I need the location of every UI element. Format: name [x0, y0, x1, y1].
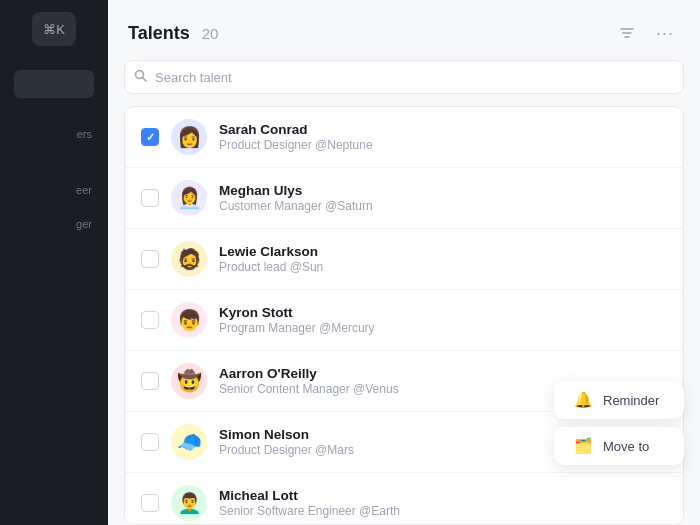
- talent-checkbox[interactable]: [141, 189, 159, 207]
- talent-role: Product lead @Sun: [219, 260, 667, 274]
- search-wrapper: [124, 60, 684, 94]
- page-title: Talents: [128, 23, 190, 44]
- talent-avatar: 👦: [171, 302, 207, 338]
- talent-checkbox[interactable]: [141, 433, 159, 451]
- filter-button[interactable]: [612, 18, 642, 48]
- talent-name: Lewie Clarkson: [219, 244, 667, 259]
- talent-item[interactable]: 👦Kyron StottProgram Manager @Mercury: [125, 290, 683, 351]
- sidebar-item-1[interactable]: ers: [0, 118, 108, 150]
- talent-item[interactable]: 👩Sarah ConradProduct Designer @Neptune: [125, 107, 683, 168]
- talent-checkbox[interactable]: [141, 128, 159, 146]
- talent-name: Sarah Conrad: [219, 122, 667, 137]
- talent-name: Meghan Ulys: [219, 183, 667, 198]
- talent-avatar: 🧔: [171, 241, 207, 277]
- talent-info: Micheal LottSenior Software Engineer @Ea…: [219, 488, 667, 518]
- sidebar-item-4[interactable]: ger: [0, 208, 108, 240]
- talent-role: Program Manager @Mercury: [219, 321, 667, 335]
- talent-avatar: 🧢: [171, 424, 207, 460]
- search-container: [108, 60, 700, 106]
- filter-icon: [619, 25, 635, 41]
- talent-avatar: 👨‍🦱: [171, 485, 207, 521]
- talent-name: Aarron O'Reilly: [219, 366, 667, 381]
- talent-checkbox[interactable]: [141, 250, 159, 268]
- talent-checkbox[interactable]: [141, 494, 159, 512]
- sidebar-item-3[interactable]: eer: [0, 174, 108, 206]
- popup-card-move-to[interactable]: 🗂️Move to: [554, 427, 684, 465]
- talent-name: Kyron Stott: [219, 305, 667, 320]
- sidebar: ⌘K ers eer ger: [0, 0, 108, 525]
- sidebar-item-2[interactable]: [0, 152, 108, 172]
- talent-role: Senior Software Engineer @Earth: [219, 504, 667, 518]
- talent-avatar: 👩: [171, 119, 207, 155]
- popup-area: 🔔Reminder🗂️Move to: [554, 381, 684, 465]
- talent-info: Kyron StottProgram Manager @Mercury: [219, 305, 667, 335]
- talent-name: Micheal Lott: [219, 488, 667, 503]
- talent-avatar: 🤠: [171, 363, 207, 399]
- panel-header: Talents 20 ···: [108, 0, 700, 60]
- sidebar-search-bar: [14, 70, 94, 98]
- move-to-icon: 🗂️: [574, 437, 593, 455]
- popup-label: Reminder: [603, 393, 659, 408]
- sidebar-nav: ers eer ger: [0, 118, 108, 513]
- talent-count: 20: [202, 25, 219, 42]
- more-button[interactable]: ···: [650, 18, 680, 48]
- talent-checkbox[interactable]: [141, 372, 159, 390]
- header-actions: ···: [612, 18, 680, 48]
- svg-line-1: [143, 78, 147, 82]
- talent-info: Sarah ConradProduct Designer @Neptune: [219, 122, 667, 152]
- popup-card-reminder[interactable]: 🔔Reminder: [554, 381, 684, 419]
- reminder-icon: 🔔: [574, 391, 593, 409]
- popup-label: Move to: [603, 439, 649, 454]
- talent-info: Lewie ClarksonProduct lead @Sun: [219, 244, 667, 274]
- talent-avatar: 👩‍💼: [171, 180, 207, 216]
- talent-item[interactable]: 🧔Lewie ClarksonProduct lead @Sun: [125, 229, 683, 290]
- talent-item[interactable]: 👩‍💼Meghan UlysCustomer Manager @Saturn: [125, 168, 683, 229]
- search-icon: [134, 69, 147, 85]
- sidebar-logo[interactable]: ⌘K: [32, 12, 76, 46]
- search-input[interactable]: [124, 60, 684, 94]
- talent-role: Customer Manager @Saturn: [219, 199, 667, 213]
- talent-role: Product Designer @Neptune: [219, 138, 667, 152]
- talent-item[interactable]: 👨‍🦱Micheal LottSenior Software Engineer …: [125, 473, 683, 525]
- talent-info: Meghan UlysCustomer Manager @Saturn: [219, 183, 667, 213]
- talent-checkbox[interactable]: [141, 311, 159, 329]
